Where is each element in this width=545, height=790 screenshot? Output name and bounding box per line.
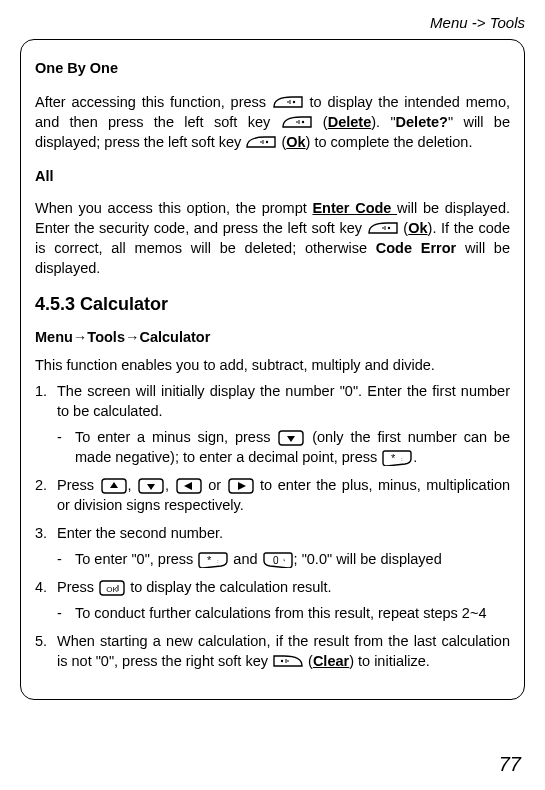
nav-down-icon bbox=[137, 477, 165, 494]
list-number: 3. bbox=[35, 523, 47, 543]
text: Press bbox=[57, 477, 100, 493]
para-all: When you access this option, the prompt … bbox=[35, 198, 510, 278]
label-delete-q: Delete? bbox=[396, 114, 448, 130]
list-number: 5. bbox=[35, 631, 47, 651]
text: ) to complete the deletion. bbox=[306, 134, 473, 150]
subhead-one-by-one: One By One bbox=[35, 58, 510, 78]
left-softkey-icon bbox=[272, 94, 304, 111]
list-number: 1. bbox=[35, 381, 47, 401]
list-number: 4. bbox=[35, 577, 47, 597]
path-seg: Menu bbox=[35, 329, 73, 345]
star-key-icon bbox=[197, 551, 229, 568]
label-clear: Clear bbox=[313, 653, 349, 669]
text: Press bbox=[57, 579, 98, 595]
text: Enter the second number. bbox=[57, 525, 223, 541]
list-item: 1. The screen will initially display the… bbox=[35, 381, 510, 467]
left-softkey-icon bbox=[245, 134, 277, 151]
text: The screen will initially display the nu… bbox=[57, 383, 510, 419]
arrow-icon: → bbox=[125, 329, 140, 345]
text: To conduct further calculations from thi… bbox=[75, 605, 486, 621]
list-item: 5. When starting a new calculation, if t… bbox=[35, 631, 510, 671]
label-ok: Ok bbox=[286, 134, 305, 150]
text: ). " bbox=[371, 114, 395, 130]
text: To enter "0", press bbox=[75, 551, 197, 567]
text: to display the calculation result. bbox=[130, 579, 332, 595]
text: When you access this option, the prompt bbox=[35, 200, 312, 216]
left-softkey-icon bbox=[281, 114, 313, 131]
dash-icon: - bbox=[57, 427, 62, 447]
zero-key-icon bbox=[262, 551, 294, 568]
label-code-error: Code Error bbox=[376, 240, 456, 256]
nav-up-icon bbox=[100, 477, 128, 494]
nav-down-icon bbox=[277, 429, 305, 446]
text: To enter a minus sign, press bbox=[75, 429, 277, 445]
text: , bbox=[165, 477, 175, 493]
list-subitem: - To conduct further calculations from t… bbox=[57, 603, 510, 623]
nav-right-icon bbox=[227, 477, 255, 494]
calc-steps-list: 1. The screen will initially display the… bbox=[35, 381, 510, 671]
text: and bbox=[233, 551, 261, 567]
menu-path: Menu→Tools→Calculator bbox=[35, 327, 510, 347]
list-item: 2. Press , , or to enter the plus, minus… bbox=[35, 475, 510, 515]
text: ; "0.0" will be displayed bbox=[294, 551, 442, 567]
left-softkey-icon bbox=[367, 220, 399, 237]
star-key-icon bbox=[381, 449, 413, 466]
list-item: 3. Enter the second number. - To enter "… bbox=[35, 523, 510, 569]
right-softkey-icon bbox=[272, 653, 304, 670]
list-subitem: - To enter a minus sign, press (only the… bbox=[57, 427, 510, 467]
heading-calculator: 4.5.3 Calculator bbox=[35, 292, 510, 317]
nav-left-icon bbox=[175, 477, 203, 494]
text: After accessing this function, press bbox=[35, 94, 272, 110]
text: ) to initialize. bbox=[349, 653, 430, 669]
subhead-all: All bbox=[35, 166, 510, 186]
page-number: 77 bbox=[499, 753, 521, 776]
page-content-frame: One By One After accessing this function… bbox=[20, 39, 525, 700]
label-ok: Ok bbox=[408, 220, 427, 236]
para-one-by-one: After accessing this function, press to … bbox=[35, 92, 510, 152]
dash-icon: - bbox=[57, 603, 62, 623]
text: or bbox=[203, 477, 227, 493]
list-number: 2. bbox=[35, 475, 47, 495]
list-item: 4. Press to display the calculation resu… bbox=[35, 577, 510, 623]
text: , bbox=[128, 477, 138, 493]
arrow-icon: → bbox=[73, 329, 88, 345]
label-enter-code: Enter Code bbox=[312, 200, 397, 216]
calc-intro: This function enables you to add, subtra… bbox=[35, 355, 510, 375]
label-delete: Delete bbox=[328, 114, 372, 130]
dash-icon: - bbox=[57, 549, 62, 569]
path-seg: Tools bbox=[87, 329, 125, 345]
list-subitem: - To enter "0", press and ; "0.0" will b… bbox=[57, 549, 510, 569]
nav-ok-icon bbox=[98, 579, 126, 596]
path-seg: Calculator bbox=[139, 329, 210, 345]
page-header-breadcrumb: Menu -> Tools bbox=[20, 14, 525, 31]
